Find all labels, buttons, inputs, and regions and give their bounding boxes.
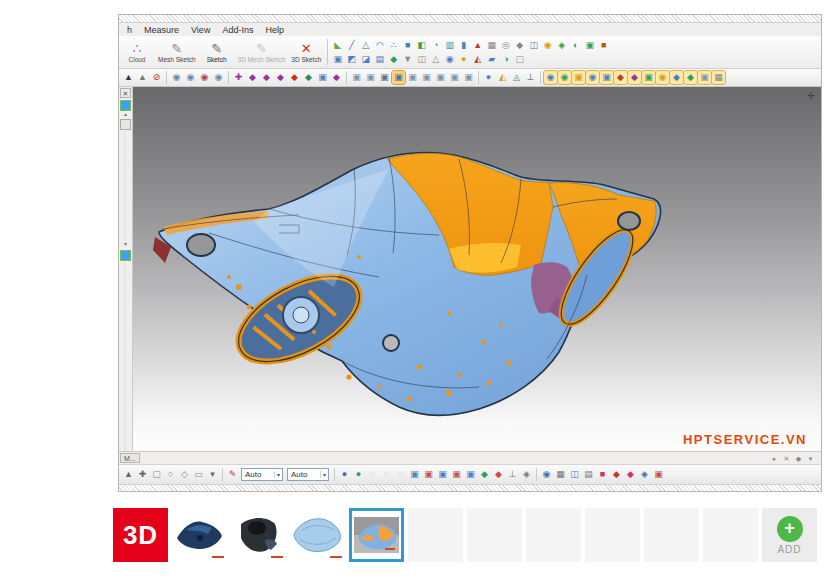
normal-flip-icon[interactable]: ◭ — [496, 71, 509, 84]
ref-plane-icon[interactable]: ◆ — [274, 71, 287, 84]
grid-icon[interactable]: ▦ — [485, 39, 498, 52]
slider-track-lower[interactable] — [124, 261, 127, 451]
thumbnail-empty-6[interactable] — [703, 508, 758, 562]
add-thumbnail-button[interactable]: + ADD — [762, 508, 817, 562]
view-back-icon[interactable]: ▣ — [364, 71, 377, 84]
orient-icon[interactable]: ◬ — [510, 71, 523, 84]
show-clouds-icon[interactable]: ◉ — [586, 71, 599, 84]
view-bottom-icon[interactable]: ▣ — [420, 71, 433, 84]
mode-dropdown-1[interactable]: Auto ▾ — [241, 468, 283, 481]
show-regions-icon[interactable]: ▣ — [572, 71, 585, 84]
pane-pin-icon[interactable]: ◆ — [794, 454, 803, 463]
thumbnail-empty-5[interactable] — [644, 508, 699, 562]
model-3d[interactable] — [149, 137, 705, 429]
record-icon[interactable]: ▣ — [652, 468, 665, 481]
thumbnail-empty-3[interactable] — [526, 508, 581, 562]
pair-view-icon[interactable]: ◫ — [568, 468, 581, 481]
ref-move-icon[interactable]: ✚ — [232, 71, 245, 84]
mesh-cube2-icon[interactable]: ▣ — [422, 468, 435, 481]
thumbnail-render-dark-blue[interactable] — [172, 508, 227, 562]
shadow-display-icon[interactable]: ◈ — [520, 468, 533, 481]
select-rect-icon[interactable]: ▢ — [150, 468, 163, 481]
slider-thumb[interactable] — [120, 119, 131, 130]
slider-down-icon[interactable]: ▾ — [124, 241, 127, 248]
decimate-icon[interactable]: ▣ — [583, 39, 596, 52]
layer-icon[interactable]: ▤ — [582, 468, 595, 481]
mesh-cube5-icon[interactable]: ▣ — [464, 468, 477, 481]
globe-texture-icon[interactable]: ● — [352, 468, 365, 481]
solid-icon[interactable]: ▮ — [457, 39, 470, 52]
target-icon[interactable]: ◎ — [499, 39, 512, 52]
sketch-button[interactable]: ✎ Sketch — [199, 36, 235, 68]
display-ghost3-icon[interactable]: ◌ — [394, 468, 407, 481]
show-planes-icon[interactable]: ▣ — [698, 71, 711, 84]
mode-dropdown-2[interactable]: Auto ▾ — [287, 468, 329, 481]
select-arrow-icon[interactable]: ▲ — [122, 71, 135, 84]
menu-cropped[interactable]: h — [121, 25, 138, 35]
select-circle-icon[interactable]: ○ — [164, 468, 177, 481]
mesh-cube3-icon[interactable]: ▣ — [436, 468, 449, 481]
cut-icon[interactable]: ▣ — [331, 53, 344, 66]
zoom-window-icon[interactable]: ◉ — [170, 71, 183, 84]
walk-icon[interactable]: ◆ — [610, 468, 623, 481]
zoom-reset-icon[interactable]: ◉ — [198, 71, 211, 84]
zoom-in-icon[interactable]: ◉ — [184, 71, 197, 84]
extrude-icon[interactable]: ■ — [401, 39, 414, 52]
link-icon[interactable]: ■ — [596, 468, 609, 481]
menu-addins[interactable]: Add-Ins — [216, 25, 259, 35]
spin-view-icon[interactable]: ◉ — [540, 468, 553, 481]
grid-snap-icon[interactable]: ▦ — [554, 468, 567, 481]
menu-measure[interactable]: Measure — [138, 25, 185, 35]
select-mode-add-icon[interactable]: ✚ — [136, 468, 149, 481]
deviation-icon[interactable]: ▲ — [471, 39, 484, 52]
show-annotations-icon[interactable]: ◉ — [656, 71, 669, 84]
view-rotate-icon[interactable]: ▣ — [462, 71, 475, 84]
sphere-fit-icon[interactable]: ◉ — [443, 53, 456, 66]
thumbnail-3d-logo[interactable]: 3D — [113, 508, 168, 562]
ref-vector-icon[interactable]: ◆ — [260, 71, 273, 84]
view-front-icon[interactable]: ▣ — [350, 71, 363, 84]
show-3d-sketches-icon[interactable]: ◆ — [614, 71, 627, 84]
show-bodies-icon[interactable]: ◉ — [544, 71, 557, 84]
arc-icon[interactable]: ◠ — [373, 39, 386, 52]
thumbnail-screenshot-selected[interactable] — [349, 508, 404, 562]
surface-icon[interactable]: ▥ — [443, 39, 456, 52]
thumbnail-empty-1[interactable] — [408, 508, 463, 562]
edit-mode-icon[interactable]: ✎ — [226, 468, 239, 481]
measure-icon[interactable]: ▼ — [401, 53, 414, 66]
ref-coordinate-icon[interactable]: ◆ — [288, 71, 301, 84]
view-right-icon[interactable]: ▣ — [392, 71, 405, 84]
pane-menu-icon[interactable]: ▾ — [806, 454, 815, 463]
show-ref-geometry-icon[interactable]: ◆ — [628, 71, 641, 84]
select-freeform-icon[interactable]: ▭ — [192, 468, 205, 481]
ref-polyline-icon[interactable]: ◆ — [302, 71, 315, 84]
pane-expand-icon[interactable]: ▸ — [770, 454, 779, 463]
ref-point-icon[interactable]: ◆ — [246, 71, 259, 84]
sphere-view-icon[interactable]: ● — [482, 71, 495, 84]
show-meshes-icon[interactable]: ◉ — [558, 71, 571, 84]
sweep-icon[interactable]: ◔ — [429, 39, 442, 52]
section-icon[interactable]: ◫ — [415, 53, 428, 66]
view-top-icon[interactable]: ▣ — [406, 71, 419, 84]
angle-icon[interactable]: △ — [429, 53, 442, 66]
plane-fit-icon[interactable]: ▰ — [485, 53, 498, 66]
slider-handle-middle[interactable] — [120, 250, 131, 261]
plumb-icon[interactable]: ⊥ — [524, 71, 537, 84]
vector-icon[interactable]: △ — [359, 39, 372, 52]
menu-view[interactable]: View — [185, 25, 216, 35]
thumbnail-empty-4[interactable] — [585, 508, 640, 562]
healing-icon[interactable]: ◈ — [555, 39, 568, 52]
mirror-icon[interactable]: ▤ — [373, 53, 386, 66]
selection-off-icon[interactable]: ⊘ — [150, 71, 163, 84]
body-display-icon[interactable]: ◆ — [478, 468, 491, 481]
thumbnail-render-black[interactable] — [231, 508, 286, 562]
globe-shaded-icon[interactable]: ● — [338, 468, 351, 481]
viewport-3d[interactable]: ✛ — [133, 87, 821, 451]
region-icon[interactable]: ◣ — [331, 39, 344, 52]
region-display-icon[interactable]: ◆ — [492, 468, 505, 481]
smooth-icon[interactable]: ◐ — [569, 39, 582, 52]
mesh-sketch-button[interactable]: ✎ Mesh Sketch — [155, 36, 199, 68]
view-iso-icon[interactable]: ▣ — [434, 71, 447, 84]
empty-box-icon[interactable]: ▢ — [513, 53, 526, 66]
menu-help[interactable]: Help — [259, 25, 290, 35]
